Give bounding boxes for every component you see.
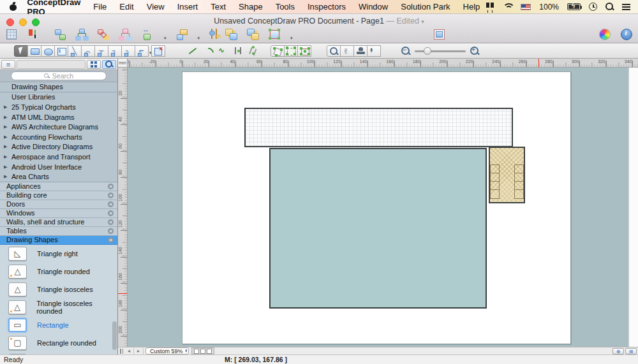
open-library-tables[interactable]: Tables× <box>0 227 117 236</box>
dropdown-caret-icon[interactable]: ▾ <box>164 36 167 42</box>
sidebar-item-aerospace-and-transport[interactable]: ▶Aerospace and Transport <box>0 152 117 162</box>
sidebar-item-aws-architecture-diagrams[interactable]: ▶AWS Architecture Diagrams <box>0 122 117 132</box>
color-wheel-icon[interactable] <box>598 28 611 41</box>
sidebar-item-android-user-interface[interactable]: ▶Android User Interface <box>0 162 117 172</box>
smart-connector-button[interactable] <box>135 45 149 57</box>
menu-solution-park[interactable]: Solution Park <box>394 2 456 11</box>
group-selection-icon[interactable] <box>268 28 281 41</box>
sidebar-item-atm-uml-diagrams[interactable]: ▶ATM UML Diagrams <box>0 112 117 122</box>
close-library-icon[interactable]: × <box>108 219 114 225</box>
app-switcher-icon[interactable] <box>486 3 494 11</box>
sheet-format-icon[interactable] <box>5 28 18 41</box>
sidebar-item-drawing-shapes[interactable]: Drawing Shapes <box>0 82 117 92</box>
menu-insert[interactable]: Insert <box>171 2 205 11</box>
menu-help[interactable]: Help <box>457 2 487 11</box>
shape-item-triangle-rounded[interactable]: △Triangle rounded <box>0 263 117 280</box>
open-library-doors[interactable]: Doors× <box>0 200 117 209</box>
pan-navigator-button[interactable]: ⊕ <box>612 348 624 354</box>
page-tab[interactable] <box>207 349 212 354</box>
open-library-windows[interactable]: Windows× <box>0 209 117 218</box>
disclosure-triangle-icon[interactable]: ▶ <box>4 144 9 149</box>
menu-file[interactable]: File <box>87 2 113 11</box>
close-library-icon[interactable]: × <box>108 193 114 198</box>
dropdown-caret-icon[interactable]: ▾ <box>290 36 293 42</box>
resize-shapes-icon[interactable] <box>142 28 154 41</box>
select-pointer-button[interactable] <box>14 45 28 57</box>
vertical-scrollbar[interactable] <box>628 68 638 347</box>
chain-shapes-icon[interactable] <box>97 28 110 41</box>
shape-item-rectangle[interactable]: ▭Rectangle <box>0 316 117 334</box>
arc-connector-button[interactable] <box>81 45 95 57</box>
close-library-icon[interactable]: × <box>108 210 114 216</box>
color-scheme-icon[interactable] <box>27 28 40 41</box>
ruler-unit-box[interactable]: mm <box>118 59 128 68</box>
apple-menu-icon[interactable] <box>9 3 13 11</box>
sidebar-item-accounting-flowcharts[interactable]: ▶Accounting Flowcharts <box>0 132 117 142</box>
menu-text[interactable]: Text <box>204 2 232 11</box>
transform-tool-button[interactable] <box>297 45 311 57</box>
page-tab[interactable] <box>194 349 199 354</box>
disclosure-triangle-icon[interactable]: ▶ <box>4 124 9 129</box>
send-to-back-icon[interactable] <box>246 28 259 41</box>
stamp-tool-button[interactable] <box>353 45 367 57</box>
library-grid-button[interactable] <box>87 60 101 69</box>
search-input[interactable]: Search <box>11 71 107 80</box>
close-library-icon[interactable]: × <box>108 228 114 234</box>
zoom-slider[interactable] <box>415 50 466 52</box>
split-tool-icon[interactable] <box>248 45 262 57</box>
arc-tool-icon[interactable] <box>202 45 216 57</box>
bring-to-front-icon[interactable] <box>225 28 237 41</box>
sidebar-item-area-charts[interactable]: ▶Area Charts <box>0 171 117 182</box>
drawing-canvas[interactable] <box>128 68 628 347</box>
select-area-tool-button[interactable] <box>284 45 298 57</box>
sidebar-item-25-typical-orgcharts[interactable]: ▶25 Typical Orgcharts <box>0 102 117 112</box>
spotlight-search-icon[interactable] <box>605 3 614 11</box>
library-search-button[interactable] <box>102 60 116 69</box>
input-language-flag-icon[interactable] <box>521 4 531 10</box>
tree-connector2-button[interactable] <box>94 45 108 57</box>
page-prev-button[interactable]: ◂ <box>124 348 134 354</box>
zoom-stepper-icon[interactable]: ▴▾ <box>186 349 188 353</box>
splitter-handle[interactable] <box>119 348 124 354</box>
direct-connector-button[interactable] <box>68 45 82 57</box>
zoom-slider-thumb[interactable] <box>424 47 431 55</box>
shape-list-scrollbar[interactable] <box>112 321 117 350</box>
open-library-walls-shell-and-structure[interactable]: Walls, shell and structure× <box>0 218 117 227</box>
frame-tool-button[interactable] <box>54 45 68 57</box>
org-structure-icon[interactable] <box>119 28 131 41</box>
shape-item-triangle-isosceles[interactable]: △Triangle isosceles <box>0 280 117 298</box>
shape-item-rectangle-rounded[interactable]: ▢Rectangle rounded <box>0 334 117 352</box>
delete-shape-button[interactable] <box>151 45 165 57</box>
connect-shapes-icon[interactable] <box>54 28 66 41</box>
pan-tool-button[interactable] <box>340 45 354 57</box>
vertical-ruler[interactable]: 20406080100120140160180200 <box>118 68 128 347</box>
page-next-button[interactable]: ▸ <box>134 348 144 354</box>
disclosure-triangle-icon[interactable]: ▶ <box>4 164 9 170</box>
page-tab[interactable] <box>200 349 205 354</box>
open-library-drawing-shapes[interactable]: Drawing Shapes× <box>0 236 117 245</box>
zoom-level-select[interactable]: Custom 59% ▴▾ <box>145 347 189 354</box>
rectangle-tool-button[interactable] <box>27 45 41 57</box>
shape-item-triangle-isosceles-rounded[interactable]: △Triangle isosceles rounded <box>0 298 117 316</box>
menu-shape[interactable]: Shape <box>232 2 269 11</box>
eyedropper-tool-button[interactable] <box>367 45 381 57</box>
menu-window[interactable]: Window <box>352 2 394 11</box>
open-library-appliances[interactable]: Appliances× <box>0 182 117 191</box>
library-path-field[interactable] <box>17 60 85 69</box>
open-library-building-core[interactable]: Building core× <box>0 191 117 200</box>
room-shape[interactable] <box>269 148 487 309</box>
title-caret-icon[interactable]: ▾ <box>421 18 424 25</box>
elbow-connector-button[interactable] <box>108 45 122 57</box>
close-library-icon[interactable]: × <box>108 201 114 207</box>
zoom-out-icon[interactable]: − <box>401 46 411 56</box>
disclosure-triangle-icon[interactable]: ▶ <box>4 115 9 120</box>
glue-tool-icon[interactable] <box>232 45 246 57</box>
disclosure-triangle-icon[interactable]: ▶ <box>4 135 9 140</box>
disclosure-triangle-icon[interactable]: ▶ <box>4 105 9 110</box>
battery-icon[interactable] <box>567 3 581 10</box>
menu-inspectors[interactable]: Inspectors <box>301 2 352 11</box>
reshape-tool-button[interactable] <box>271 45 285 57</box>
distribute-shapes-icon[interactable] <box>209 28 221 41</box>
dropdown-caret-icon[interactable]: ▾ <box>198 36 200 42</box>
notification-center-icon[interactable] <box>622 3 630 10</box>
